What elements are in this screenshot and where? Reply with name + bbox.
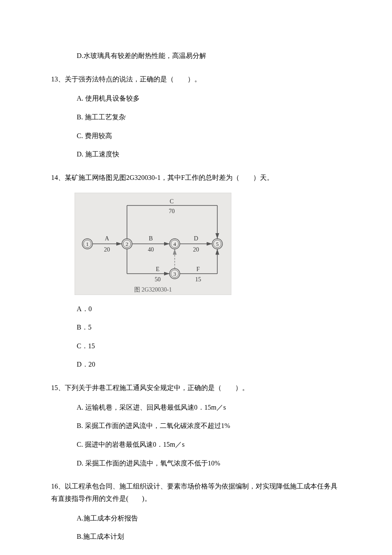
q15-option-d: D. 采掘工作面的进风流中，氧气浓度不低于10% (77, 458, 343, 469)
diagram-caption: 图 2G320030-1 (134, 286, 172, 293)
q13-option-c: C. 费用较高 (77, 130, 343, 142)
q14-option-d: D．20 (77, 359, 343, 370)
edge-b-label: B (149, 235, 153, 242)
node-1: 1 (82, 239, 92, 249)
node-2: 2 (122, 239, 132, 249)
node-4: 4 (170, 239, 180, 249)
q14-option-a: A．0 (77, 304, 343, 315)
svg-text:4: 4 (173, 241, 176, 247)
q14-option-b: B．5 (77, 322, 343, 333)
svg-text:5: 5 (216, 241, 219, 247)
q15-option-a: A. 运输机巷，采区进、回风巷最低风速0．15m／s (77, 402, 343, 413)
edge-d-dur: 20 (193, 246, 199, 253)
edge-f-label: F (196, 266, 200, 272)
q16-option-a: A.施工成本分析报告 (77, 513, 343, 524)
q16-option-b: B.施工成本计划 (77, 531, 343, 542)
edge-a-label: A (105, 235, 110, 242)
edge-d-label: D (194, 235, 198, 242)
svg-text:3: 3 (173, 271, 176, 277)
q13-option-b: B. 施工工艺复杂 (77, 112, 343, 123)
q15-option-b: B. 采掘工作面的进风流中，二氧化碳浓度不超过1% (77, 420, 343, 431)
q14-stem: 14、某矿施工网络图见图2G320030-1，其中F工作的总时差为（ ）天。 (51, 172, 343, 184)
edge-a-dur: 20 (104, 246, 110, 253)
q15-option-c: C. 掘进中的岩巷最低风速0．15m／s (77, 439, 343, 450)
node-5: 5 (212, 239, 222, 249)
q14-option-c: C．15 (77, 341, 343, 352)
edge-e-label: E (156, 266, 160, 272)
q14-diagram: C 70 A 20 B 40 D 20 E 50 F 15 (75, 193, 343, 295)
svg-text:2: 2 (126, 241, 129, 247)
network-diagram-svg: C 70 A 20 B 40 D 20 E 50 F 15 (75, 193, 231, 295)
node-3: 3 (170, 269, 180, 279)
q13-option-a: A. 使用机具设备较多 (77, 93, 343, 104)
q15-stem: 15、下列关于井巷工程施工通风安全规定中，正确的是（ ）。 (51, 382, 343, 394)
edge-c-label: C (170, 198, 173, 205)
q13-option-d: D. 施工速度快 (77, 149, 343, 160)
edge-c-dur: 70 (169, 208, 175, 214)
q12-option-d: D.水玻璃具有较差的耐热性能，高温易分解 (77, 50, 343, 61)
svg-text:1: 1 (86, 241, 89, 247)
edge-b-dur: 40 (148, 246, 154, 253)
edge-f-dur: 15 (195, 276, 201, 283)
edge-e-dur: 50 (155, 276, 161, 283)
q16-stem: 16、以工程承包合同、施工组织设计、要素市场价格等为依据编制，对实现降低施工成本… (51, 480, 343, 505)
q13-stem: 13、关于强夯法特点的说法，正确的是（ ）。 (51, 73, 343, 86)
